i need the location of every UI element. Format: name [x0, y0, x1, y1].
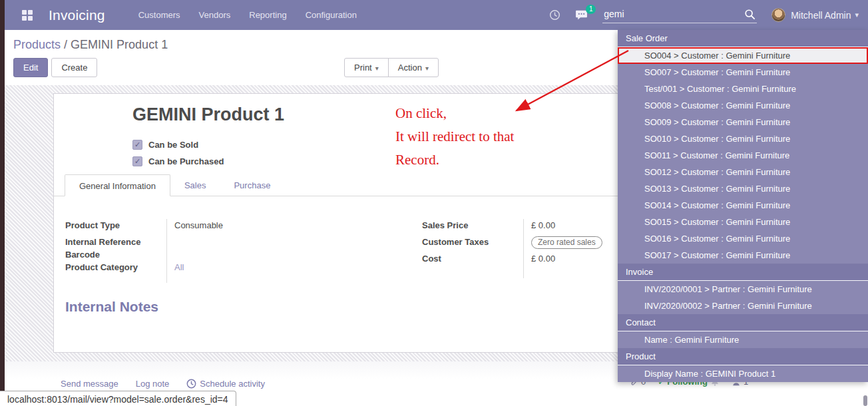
tab[interactable]: Purchase — [220, 174, 284, 196]
search-result-row[interactable]: INV/2020/0001 > Partner : Gemini Furnitu… — [618, 281, 868, 298]
user-avatar[interactable] — [771, 8, 785, 22]
field-labels-left: Product TypeInternal ReferenceBarcodePro… — [65, 219, 166, 283]
action-buttons: Print▾ Action▾ — [344, 58, 439, 77]
field-group-left: Product TypeInternal ReferenceBarcodePro… — [65, 219, 418, 283]
search-result-text: Test/001 > Customer : Gemini Furniture — [644, 84, 796, 94]
search-result-text: SO008 > Customer : Gemini Furniture — [644, 101, 790, 110]
action-button[interactable]: Action▾ — [388, 58, 439, 77]
search-result-row[interactable]: SO004 > Customer : Gemini Furniture — [618, 47, 868, 64]
search-result-row: Contact — [618, 314, 868, 331]
check-icon: ✓ — [134, 158, 140, 165]
checkbox[interactable]: ✓ — [132, 140, 142, 150]
schedule-clock-icon — [186, 379, 196, 389]
search-result-row[interactable]: Test/001 > Customer : Gemini Furniture — [618, 81, 868, 97]
search-result-row[interactable]: Display Name : GEMINI Product 1 — [618, 365, 868, 382]
checkbox-row[interactable]: ✓ Can be Purchased — [132, 153, 224, 170]
action-label: Action — [398, 63, 422, 73]
search-result-row[interactable]: SO012 > Customer : Gemini Furniture — [618, 164, 868, 180]
global-search — [602, 7, 757, 23]
record-buttons: Edit Create — [13, 58, 97, 77]
send-message-link[interactable]: Send message — [61, 379, 118, 389]
search-result-row[interactable]: SO017 > Customer : Gemini Furniture — [618, 247, 868, 264]
edit-button[interactable]: Edit — [13, 58, 48, 77]
menu-item[interactable]: Vendors — [199, 10, 231, 20]
search-result-row: Product — [618, 348, 868, 365]
field-label: Product Category — [65, 261, 166, 274]
search-result-text: Invoice — [626, 267, 653, 277]
user-menu[interactable]: Mitchell Admin — [791, 10, 851, 21]
schedule-activity-link[interactable]: Schedule activity — [186, 379, 265, 389]
breadcrumb-products-link[interactable]: Products — [13, 38, 61, 51]
field-value — [174, 248, 418, 261]
app-title[interactable]: Invoicing — [49, 7, 105, 23]
screen: Invoicing CustomersVendorsReportingConfi… — [0, 0, 868, 406]
main-menu: CustomersVendorsReportingConfiguration — [138, 10, 357, 20]
field-value-text: £ 0.00 — [531, 220, 555, 230]
breadcrumb-separator: / — [64, 38, 67, 51]
field-label: Sales Price — [422, 219, 523, 232]
search-result-text: INV/2020/0002 > Partner : Gemini Furnitu… — [644, 301, 812, 311]
tab[interactable]: Sales — [170, 174, 220, 196]
menu-item[interactable]: Reporting — [249, 10, 286, 20]
apps-menu-icon[interactable] — [22, 10, 32, 20]
annotation-line: On click, — [395, 102, 514, 125]
field-label: Product Type — [65, 219, 166, 232]
checkbox-label: Can be Sold — [148, 140, 198, 150]
search-result-text: Product — [626, 351, 656, 361]
messages-chat-icon[interactable]: 1 — [575, 9, 588, 21]
product-title: GEMINI Product 1 — [132, 104, 284, 125]
field-value — [174, 236, 418, 248]
search-result-text: SO014 > Customer : Gemini Furniture — [644, 200, 790, 210]
activities-clock-icon[interactable] — [549, 9, 560, 21]
field-labels-right: Sales PriceCustomer TaxesCost — [422, 219, 523, 278]
field-value-text: £ 0.00 — [531, 254, 555, 264]
field-value-text: Zero rated sales — [531, 236, 602, 249]
search-result-text: Contact — [626, 317, 656, 327]
user-menu-caret-icon[interactable]: ▾ — [855, 11, 859, 19]
search-icon[interactable] — [744, 9, 756, 20]
search-result-row[interactable]: SO008 > Customer : Gemini Furniture — [618, 97, 868, 114]
search-result-row[interactable]: SO014 > Customer : Gemini Furniture — [618, 197, 868, 214]
field-value-text: Consumable — [174, 220, 223, 230]
search-result-row[interactable]: SO009 > Customer : Gemini Furniture — [618, 114, 868, 130]
search-result-text: SO004 > Customer : Gemini Furniture — [644, 51, 790, 61]
search-result-text: SO009 > Customer : Gemini Furniture — [644, 117, 790, 127]
annotation-line: Record. — [395, 148, 514, 172]
menu-item[interactable]: Customers — [138, 10, 180, 20]
checkbox[interactable]: ✓ — [132, 156, 142, 166]
menu-item[interactable]: Configuration — [306, 10, 357, 20]
annotation-line: It will redirect to that — [395, 125, 514, 148]
search-result-text: Sale Order — [626, 33, 668, 43]
log-note-link[interactable]: Log note — [136, 379, 170, 389]
message-count-badge: 1 — [586, 5, 596, 14]
search-input[interactable] — [602, 7, 757, 23]
search-result-row[interactable]: SO007 > Customer : Gemini Furniture — [618, 64, 868, 81]
tab[interactable]: General Information — [65, 174, 170, 196]
search-result-row[interactable]: SO011 > Customer : Gemini Furniture — [618, 147, 868, 164]
check-icon: ✓ — [134, 141, 140, 148]
search-result-row[interactable]: SO013 > Customer : Gemini Furniture — [618, 180, 868, 197]
search-result-row[interactable]: SO010 > Customer : Gemini Furniture — [618, 130, 868, 147]
field-label: Cost — [422, 252, 523, 265]
chatter-links: Send message Log note Schedule activity — [61, 379, 265, 389]
search-result-text: SO010 > Customer : Gemini Furniture — [644, 134, 790, 144]
field-label: Internal Reference — [65, 236, 166, 248]
scrollbar-fragment[interactable] — [863, 395, 867, 406]
create-button[interactable]: Create — [51, 58, 97, 77]
checkbox-row[interactable]: ✓ Can be Sold — [132, 136, 224, 153]
search-result-row[interactable]: SO016 > Customer : Gemini Furniture — [618, 230, 868, 247]
print-caret-icon: ▾ — [375, 65, 379, 72]
search-result-row[interactable]: Name : Gemini Furniture — [618, 331, 868, 348]
search-result-text: INV/2020/0001 > Partner : Gemini Furnitu… — [644, 284, 812, 294]
breadcrumb: Products / GEMINI Product 1 — [13, 38, 168, 52]
search-result-row[interactable]: SO015 > Customer : Gemini Furniture — [618, 214, 868, 230]
search-results-dropdown: Sale Order SO004 > Customer : Gemini Fur… — [618, 30, 868, 382]
checkbox-label: Can be Purchased — [148, 156, 224, 166]
field-label: Barcode — [65, 248, 166, 261]
breadcrumb-current: GEMINI Product 1 — [71, 38, 168, 51]
search-result-text: SO013 > Customer : Gemini Furniture — [644, 184, 790, 194]
print-button[interactable]: Print▾ — [344, 58, 389, 77]
annotation-note: On click, It will redirect to that Recor… — [395, 102, 514, 172]
product-flags: ✓ Can be Sold ✓ Can be Purchased — [132, 136, 224, 170]
search-result-row[interactable]: INV/2020/0002 > Partner : Gemini Furnitu… — [618, 298, 868, 314]
